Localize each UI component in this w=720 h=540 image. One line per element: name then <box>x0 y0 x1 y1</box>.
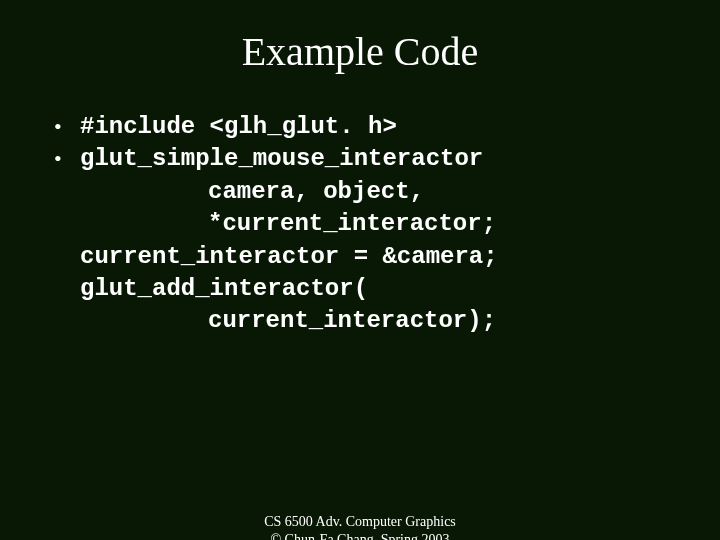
code-line: #include <glh_glut. h> <box>80 111 397 143</box>
bullet-item: • #include <glh_glut. h> <box>54 111 680 143</box>
code-line: camera, object, <box>54 176 680 208</box>
footer: CS 6500 Adv. Computer Graphics © Chun-Fa… <box>0 513 720 540</box>
slide-title: Example Code <box>0 28 720 75</box>
code-line: current_interactor = &camera; <box>54 241 680 273</box>
bullet-item: • glut_simple_mouse_interactor <box>54 143 680 175</box>
code-line: glut_simple_mouse_interactor <box>80 143 483 175</box>
footer-line-1: CS 6500 Adv. Computer Graphics <box>0 513 720 531</box>
bullet-dot: • <box>54 143 80 175</box>
code-block: • #include <glh_glut. h> • glut_simple_m… <box>54 111 680 338</box>
code-line: *current_interactor; <box>54 208 680 240</box>
footer-line-2: © Chun-Fa Chang, Spring 2003 <box>0 531 720 541</box>
code-line: glut_add_interactor( <box>54 273 680 305</box>
slide: Example Code • #include <glh_glut. h> • … <box>0 28 720 540</box>
code-line: current_interactor); <box>54 305 680 337</box>
bullet-dot: • <box>54 111 80 143</box>
